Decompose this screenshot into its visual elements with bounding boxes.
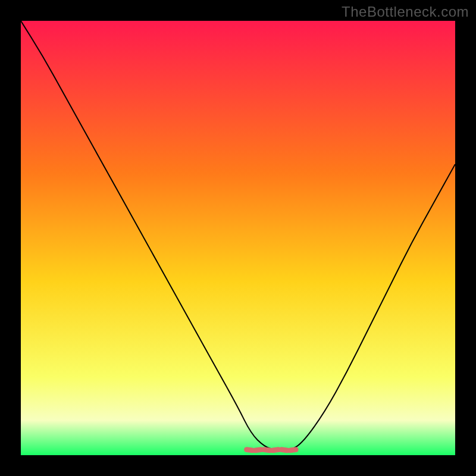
- valley-marker: [247, 450, 296, 450]
- bottleneck-plot: [21, 21, 455, 455]
- watermark-text: TheBottleneck.com: [342, 4, 469, 20]
- plot-background: [21, 21, 455, 455]
- chart-frame: TheBottleneck.com: [0, 0, 476, 476]
